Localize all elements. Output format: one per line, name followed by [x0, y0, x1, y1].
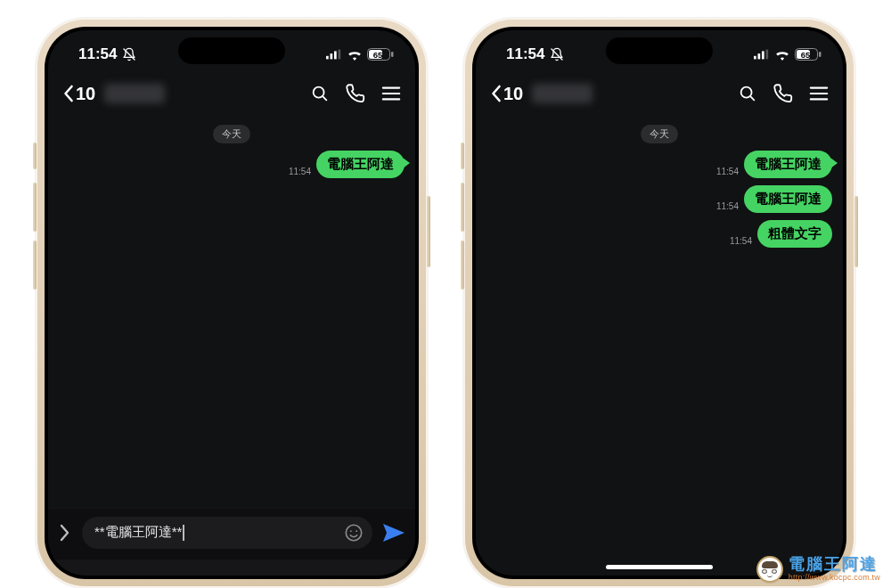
volume-up-button: [461, 183, 464, 232]
message-row[interactable]: 11:54 電腦王阿達: [716, 185, 832, 213]
svg-rect-3: [334, 51, 337, 59]
switch-button: [461, 143, 464, 169]
chat-area[interactable]: 今天 11:54 電腦王阿達 11:54 電腦王阿達 11:54 粗體文字: [476, 116, 843, 549]
chevron-right-icon: [59, 524, 71, 542]
watermark-title: 電腦王阿達: [789, 556, 880, 574]
message-bubble: 電腦王阿達: [744, 151, 832, 178]
search-icon: [310, 84, 330, 103]
back-button[interactable]: 10: [490, 84, 523, 104]
svg-rect-20: [762, 51, 764, 59]
volume-down-button: [461, 241, 464, 290]
chevron-left-icon: [62, 85, 74, 102]
message-row[interactable]: 11:54 電腦王阿達: [289, 151, 405, 178]
svg-rect-1: [326, 56, 329, 60]
power-button: [854, 196, 858, 267]
phone-left: 11:54 65: [36, 18, 428, 588]
svg-text:65: 65: [801, 50, 811, 60]
phone-icon: [773, 84, 793, 103]
volume-down-button: [33, 241, 37, 290]
message-bubble: 電腦王阿達: [316, 151, 405, 178]
emoji-button[interactable]: [344, 523, 364, 543]
svg-line-27: [750, 96, 754, 100]
svg-rect-21: [766, 50, 769, 60]
svg-rect-18: [754, 56, 756, 60]
date-separator: 今天: [641, 125, 678, 143]
search-button[interactable]: [738, 84, 757, 103]
svg-point-14: [346, 525, 361, 540]
screen: 11:54 65: [48, 30, 415, 576]
bell-slash-icon: [550, 47, 564, 61]
battery-icon: 65: [795, 48, 822, 61]
message-time: 11:54: [716, 167, 739, 178]
watermark-url: http://www.kocpc.com.tw: [789, 574, 880, 583]
message-bubble: 粗體文字: [757, 220, 832, 248]
messages-list: 11:54 電腦王阿達 11:54 電腦王阿達 11:54 粗體文字: [476, 149, 843, 249]
send-button[interactable]: [381, 522, 406, 543]
call-button[interactable]: [346, 84, 365, 103]
watermark: 電腦王阿達 http://www.kocpc.com.tw: [756, 556, 880, 583]
menu-icon: [809, 86, 829, 102]
bell-slash-icon: [122, 47, 136, 61]
call-button[interactable]: [773, 84, 793, 103]
home-indicator[interactable]: [606, 565, 713, 569]
text-cursor: [183, 525, 184, 541]
svg-rect-2: [331, 53, 333, 59]
message-time: 11:54: [730, 236, 752, 248]
wifi-icon: [347, 49, 363, 61]
watermark-avatar-icon: [756, 556, 783, 583]
input-bar: **電腦王阿達**: [48, 508, 415, 559]
svg-rect-23: [819, 52, 822, 57]
svg-text:65: 65: [373, 50, 383, 60]
back-badge: 10: [76, 84, 95, 104]
message-row[interactable]: 11:54 電腦王阿達: [716, 151, 832, 178]
send-icon: [381, 522, 406, 543]
svg-rect-4: [339, 50, 341, 60]
chat-area[interactable]: 今天 11:54 電腦王阿達: [48, 116, 415, 508]
smile-icon: [344, 523, 364, 543]
message-input-text: **電腦王阿達**: [94, 524, 337, 541]
messages-list: 11:54 電腦王阿達: [48, 149, 415, 180]
chevron-left-icon: [490, 85, 502, 102]
svg-rect-19: [758, 53, 761, 59]
menu-icon: [381, 86, 401, 102]
menu-button[interactable]: [809, 86, 829, 102]
screen: 11:54 65: [476, 30, 843, 576]
phone-icon: [346, 84, 365, 103]
chat-title-blurred: [532, 84, 593, 103]
message-input[interactable]: **電腦王阿達**: [82, 517, 372, 549]
back-badge: 10: [503, 84, 523, 104]
expand-input-button[interactable]: [57, 524, 73, 542]
volume-up-button: [33, 183, 37, 232]
wifi-icon: [774, 49, 790, 61]
chat-nav-bar: 10: [48, 71, 415, 116]
svg-rect-6: [391, 52, 394, 57]
svg-point-16: [356, 530, 357, 532]
cellular-icon: [326, 49, 342, 60]
search-icon: [738, 84, 757, 103]
chat-title-blurred: [104, 84, 165, 103]
battery-icon: 65: [367, 48, 394, 61]
keyboard-strip: [48, 559, 415, 576]
chat-nav-bar: 10: [476, 71, 843, 116]
svg-line-10: [323, 96, 326, 100]
switch-button: [33, 143, 37, 169]
search-button[interactable]: [310, 84, 330, 103]
menu-button[interactable]: [381, 86, 401, 102]
back-button[interactable]: 10: [62, 84, 95, 104]
message-bubble: 電腦王阿達: [744, 185, 832, 213]
message-row[interactable]: 11:54 粗體文字: [730, 220, 832, 248]
message-time: 11:54: [289, 167, 311, 178]
date-separator: 今天: [213, 125, 250, 143]
message-time: 11:54: [716, 201, 739, 213]
svg-point-15: [350, 530, 352, 532]
status-time: 11:54: [506, 45, 544, 63]
dynamic-island: [178, 37, 285, 64]
dynamic-island: [606, 37, 713, 64]
power-button: [427, 196, 430, 267]
status-time: 11:54: [78, 45, 117, 63]
bezel: 11:54 65: [472, 27, 846, 579]
cellular-icon: [754, 49, 770, 60]
bezel: 11:54 65: [45, 27, 419, 579]
phone-right: 11:54 65: [463, 18, 855, 588]
